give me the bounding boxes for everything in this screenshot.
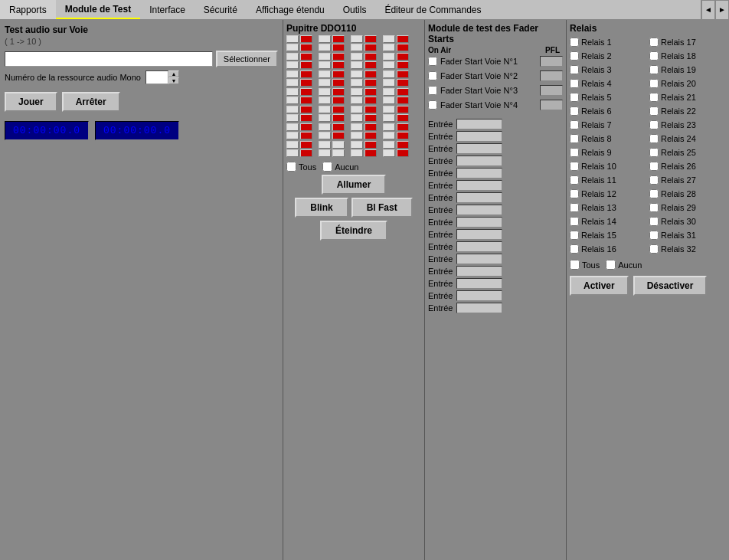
ddo-btn[interactable] [397,149,409,157]
ddo-btn[interactable] [383,132,395,139]
relais-checkbox[interactable] [570,189,579,198]
ddo-btn[interactable] [397,114,409,122]
relais-checkbox[interactable] [649,65,659,74]
ddo-btn[interactable] [286,149,299,157]
ddo-btn[interactable] [351,149,363,157]
relais-checkbox[interactable] [649,79,659,88]
ddo-btn[interactable] [364,114,377,122]
ddo-btn[interactable] [364,106,377,113]
ddo-btn[interactable] [364,149,377,157]
ddo-btn[interactable] [332,149,345,157]
resource-input[interactable]: 1 [145,70,168,84]
relais-checkbox[interactable] [570,79,579,88]
relais-checkbox[interactable] [570,38,579,47]
ddo-btn[interactable] [397,53,409,61]
ddo-btn[interactable] [332,44,345,51]
activer-button[interactable]: Activer [570,276,629,296]
ddo-btn[interactable] [397,79,409,87]
menu-editeur[interactable]: Éditeur de Commandes [375,0,490,19]
ddo-btn[interactable] [300,106,312,113]
relais-tous-checkbox[interactable] [570,260,580,270]
desactiver-button[interactable]: Désactiver [633,276,708,296]
ddo-btn[interactable] [351,88,363,96]
ddo-btn[interactable] [300,123,312,131]
ddo-btn[interactable] [332,97,345,104]
ddo-btn[interactable] [351,114,363,122]
relais-checkbox[interactable] [649,106,659,116]
ddo-btn[interactable] [300,70,312,78]
fader-1-checkbox[interactable] [428,57,437,66]
ddo-btn[interactable] [351,44,363,51]
ddo-btn[interactable] [351,123,363,131]
ddo-btn[interactable] [383,35,395,43]
ddo-btn[interactable] [332,106,345,113]
relais-checkbox[interactable] [570,148,579,157]
ddo-btn[interactable] [383,149,395,157]
ddo-btn[interactable] [300,35,312,43]
ddo-btn[interactable] [383,123,395,131]
relais-checkbox[interactable] [570,65,579,74]
relais-checkbox[interactable] [570,217,579,226]
ddo-btn[interactable] [319,106,331,113]
ddo-btn[interactable] [286,44,299,51]
ddo-btn[interactable] [319,114,331,122]
ddo-btn[interactable] [319,123,331,131]
ddo-btn[interactable] [300,53,312,61]
ddo-btn[interactable] [364,70,377,78]
ddo-btn[interactable] [319,35,331,43]
menu-affichage[interactable]: Affichage étendu [247,0,334,19]
relais-checkbox[interactable] [570,51,579,61]
ddo-btn[interactable] [300,141,312,149]
ddo-btn[interactable] [286,79,299,87]
ddo-btn[interactable] [319,61,331,69]
relais-checkbox[interactable] [570,231,579,240]
relais-aucun-checkbox[interactable] [606,260,616,270]
ddo-btn[interactable] [397,97,409,104]
relais-checkbox[interactable] [649,38,659,47]
ddo-btn[interactable] [364,123,377,131]
relais-checkbox[interactable] [570,244,579,254]
ddo-btn[interactable] [351,35,363,43]
ddo-btn[interactable] [319,53,331,61]
ddo-btn[interactable] [364,132,377,139]
ddo-btn[interactable] [383,114,395,122]
relais-checkbox[interactable] [649,148,659,157]
ddo-btn[interactable] [319,79,331,87]
file-input[interactable] [5,51,213,67]
ddo-btn[interactable] [286,114,299,122]
ddo-btn[interactable] [319,70,331,78]
relais-checkbox[interactable] [649,120,659,129]
ddo-btn[interactable] [397,141,409,149]
ddo-btn[interactable] [397,123,409,131]
ddo-btn[interactable] [383,61,395,69]
relais-checkbox[interactable] [570,134,579,143]
ddo-btn[interactable] [300,44,312,51]
spinner-up-button[interactable]: ▲ [168,70,179,77]
ddo-btn[interactable] [332,141,345,149]
ddo-btn[interactable] [319,149,331,157]
ddo-btn[interactable] [351,97,363,104]
ddo-btn[interactable] [286,123,299,131]
ddo-btn[interactable] [319,44,331,51]
ddo-btn[interactable] [383,70,395,78]
select-button[interactable]: Sélectionner [216,51,278,67]
fader-3-checkbox[interactable] [428,86,437,95]
ddo-btn[interactable] [397,106,409,113]
ddo-btn[interactable] [383,88,395,96]
ddo-btn[interactable] [319,141,331,149]
ddo-btn[interactable] [286,106,299,113]
ddo-btn[interactable] [383,44,395,51]
ddo-btn[interactable] [351,106,363,113]
ddo-btn[interactable] [332,70,345,78]
ddo-btn[interactable] [364,79,377,87]
ddo-btn[interactable] [364,141,377,149]
ddo-btn[interactable] [300,132,312,139]
relais-checkbox[interactable] [649,51,659,61]
fader-4-checkbox[interactable] [428,100,437,110]
ddo-btn[interactable] [364,35,377,43]
ddo-btn[interactable] [332,132,345,139]
ddo-btn[interactable] [332,61,345,69]
ddo-btn[interactable] [397,70,409,78]
ddo-btn[interactable] [351,61,363,69]
menu-outils[interactable]: Outils [334,0,376,19]
